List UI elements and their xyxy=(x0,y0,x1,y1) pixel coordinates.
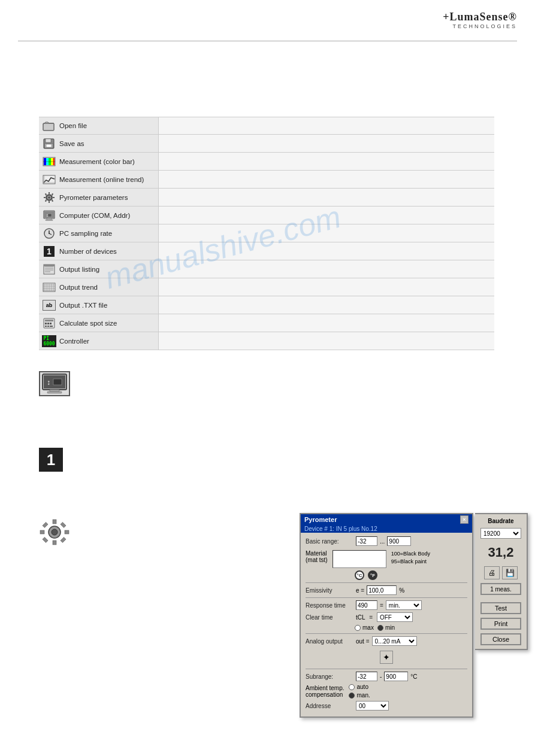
open-file-label: Open file xyxy=(59,122,87,129)
svg-rect-72 xyxy=(40,530,44,534)
ambient-radio-group: auto man. xyxy=(349,684,370,699)
subrange-label: Subrange: xyxy=(306,673,353,680)
analog-output-label: Analog output xyxy=(306,638,353,645)
basic-range-dots: ... xyxy=(380,538,385,545)
menu-item-output-listing[interactable]: Output listing xyxy=(39,260,494,278)
ambient-man-radio[interactable] xyxy=(349,693,355,699)
svg-point-17 xyxy=(48,196,50,199)
material-labels: Material (mat tst) xyxy=(306,550,328,568)
svg-rect-42 xyxy=(44,265,55,266)
calculate-spot-label: Calculate spot size xyxy=(59,320,117,327)
menu-item-output-txt[interactable]: ab Output .TXT file xyxy=(39,296,494,314)
pyrometer-dialog: Pyrometer × Device # 1: IN 5 plus No.12 … xyxy=(300,513,473,718)
dialog-close-button[interactable]: × xyxy=(460,515,468,524)
sampling-rate-content xyxy=(159,224,494,242)
output-txt-label: Output .TXT file xyxy=(59,302,107,309)
pyrometer-label: Pyrometer parameters xyxy=(59,194,128,201)
menu-item-computer-com-addr[interactable]: ↕ Computer (COM, Addr) xyxy=(39,207,494,224)
baudrate-select[interactable]: 19200 9600 4800 xyxy=(480,528,521,539)
menu-item-save-as[interactable]: Save as xyxy=(39,135,494,153)
section-gear-icon xyxy=(39,518,70,546)
material-input[interactable] xyxy=(333,550,386,568)
controller-label: Controller xyxy=(59,338,89,345)
save-as-icon xyxy=(43,138,56,149)
svg-rect-60 xyxy=(47,326,49,327)
measurement-value: 31,2 xyxy=(488,545,514,560)
output-listing-label: Output listing xyxy=(59,266,99,273)
max-radio-group[interactable]: max xyxy=(355,624,374,631)
svg-line-25 xyxy=(46,200,47,201)
response-time-unit-select[interactable]: min. s xyxy=(386,600,422,610)
menu-item-pyrometer-parameters[interactable]: Pyrometer parameters xyxy=(39,189,494,207)
ambient-auto-row[interactable]: auto xyxy=(349,684,370,690)
svg-rect-0 xyxy=(43,123,54,130)
calc-icon xyxy=(43,318,56,329)
svg-rect-32 xyxy=(48,214,52,217)
calculate-spot-content xyxy=(159,314,494,332)
material-label: Material xyxy=(306,550,328,557)
number-of-devices-content xyxy=(159,242,494,260)
output-trend-content xyxy=(159,278,494,296)
open-file-icon xyxy=(43,120,56,131)
svg-point-69 xyxy=(52,529,58,535)
menu-item-calculate-spot-size[interactable]: Calculate spot size xyxy=(39,314,494,332)
subrange-max-input[interactable] xyxy=(384,672,408,681)
ambient-man-row[interactable]: man. xyxy=(349,692,370,699)
emissivity-row: Emissivity e = % xyxy=(306,585,467,595)
menu-item-measurement-color-bar[interactable]: Measurement (color bar) xyxy=(39,153,494,171)
clear-time-select[interactable]: OFF ON xyxy=(377,612,413,622)
min-label: min xyxy=(385,624,395,631)
sep2 xyxy=(306,597,467,598)
output-trend-label: Output trend xyxy=(59,284,98,291)
listing-icon xyxy=(43,264,56,275)
max-radio[interactable] xyxy=(355,625,361,631)
menu-item-number-of-devices[interactable]: 1 Number of devices xyxy=(39,242,494,260)
computer-large-icon: ↕ xyxy=(39,371,70,396)
mat-tst-label: (mat tst) xyxy=(306,557,328,563)
number-of-devices-label: Number of devices xyxy=(59,248,117,255)
emissivity-unit: % xyxy=(399,587,404,594)
computer-icon: ↕ xyxy=(43,210,56,221)
print-icon-button[interactable]: 🖨 xyxy=(484,566,500,579)
basic-range-max-input[interactable] xyxy=(387,536,411,546)
trend-content xyxy=(159,171,494,188)
trend-icon xyxy=(43,174,56,185)
menu-section: Open file Save as xyxy=(39,117,494,350)
open-file-content xyxy=(159,117,494,134)
celsius-icon[interactable]: °C xyxy=(355,570,364,580)
print-button[interactable]: Print xyxy=(480,618,521,630)
material-section: Material (mat tst) 100=Black Body 95=Bla… xyxy=(306,550,467,568)
save-icon-button[interactable]: 💾 xyxy=(502,566,518,579)
txt-icon: ab xyxy=(43,300,56,311)
analog-output-select[interactable]: 0...20 mA 4...20 mA xyxy=(372,636,417,646)
one-meas-button[interactable]: 1 meas. xyxy=(480,583,521,595)
pi6000-icon: PI 6000 xyxy=(43,336,56,347)
min-radio[interactable] xyxy=(377,625,383,631)
response-time-input[interactable] xyxy=(356,600,377,610)
ambient-auto-radio[interactable] xyxy=(349,684,355,690)
address-select[interactable]: 00 01 xyxy=(356,701,389,711)
subrange-min-input[interactable] xyxy=(356,672,377,681)
logo-plus: + xyxy=(443,11,449,23)
menu-item-controller[interactable]: PI 6000 Controller xyxy=(39,332,494,350)
dialog-titlebar: Pyrometer × xyxy=(301,514,472,525)
min-radio-group[interactable]: min xyxy=(377,624,395,631)
basic-range-min-input[interactable] xyxy=(356,536,377,546)
svg-rect-74 xyxy=(43,522,48,527)
star-button[interactable]: ✦ xyxy=(380,651,393,664)
fahrenheit-icon[interactable]: °F xyxy=(368,570,377,580)
ambient-man-label: man. xyxy=(356,692,370,699)
analog-output-eq: out = xyxy=(356,638,370,645)
number-one-box: 1 xyxy=(39,448,63,472)
close-button[interactable]: Close xyxy=(480,633,521,645)
menu-item-pc-sampling-rate[interactable]: PC sampling rate xyxy=(39,224,494,242)
svg-line-26 xyxy=(52,193,53,195)
svg-rect-67 xyxy=(53,379,62,385)
menu-item-measurement-online-trend[interactable]: Measurement (online trend) xyxy=(39,171,494,189)
gear-large-icon xyxy=(39,518,70,546)
emissivity-input[interactable] xyxy=(367,585,397,595)
test-button[interactable]: Test xyxy=(480,602,521,614)
menu-item-output-trend[interactable]: Output trend xyxy=(39,278,494,296)
menu-item-open-file[interactable]: Open file xyxy=(39,117,494,135)
controller-content xyxy=(159,332,494,350)
